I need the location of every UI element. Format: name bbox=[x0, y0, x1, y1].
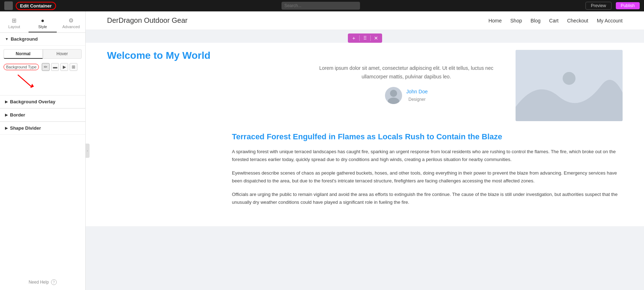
content-area: DerDragon Outdoor Gear Home Shop Blog Ca… bbox=[86, 11, 644, 290]
nav-my-account[interactable]: My Account bbox=[597, 18, 623, 24]
site-title: DerDragon Outdoor Gear bbox=[107, 16, 188, 25]
bg-tabs: Normal Hover bbox=[4, 49, 82, 59]
nav-blog[interactable]: Blog bbox=[531, 18, 541, 24]
author-role: Designer bbox=[406, 96, 428, 103]
nav-checkout[interactable]: Checkout bbox=[567, 18, 588, 24]
author-row: John Doe Designer bbox=[311, 87, 502, 104]
background-overlay-section-header[interactable]: ▶ Background Overlay bbox=[0, 95, 85, 108]
bg-type-color-icon[interactable]: ✏ bbox=[42, 63, 50, 71]
article-right: Terraced Forest Engulfed in Flames as Lo… bbox=[232, 132, 623, 212]
hero-left: Welcome to My World bbox=[107, 50, 297, 68]
border-arrow-icon: ▶ bbox=[5, 113, 8, 117]
nav-cart[interactable]: Cart bbox=[549, 18, 558, 24]
author-info: John Doe Designer bbox=[406, 88, 428, 103]
toolbar-move-btn[interactable]: ⠿ bbox=[361, 34, 369, 42]
article-para-2: Eyewitnesses describe scenes of chaos as… bbox=[232, 169, 623, 185]
nav-home[interactable]: Home bbox=[488, 18, 502, 24]
article-left bbox=[107, 132, 221, 212]
toolbar-buttons: + ⠿ ✕ bbox=[348, 33, 382, 43]
tab-layout[interactable]: ⊞ Layout bbox=[0, 14, 29, 32]
background-type-row: Background Type ✏ ▬ ▶ ⊞ bbox=[0, 61, 85, 73]
background-type-icons: ✏ ▬ ▶ ⊞ bbox=[42, 63, 77, 71]
panel-content: ▼ Background Normal Hover Background Typ… bbox=[0, 33, 85, 274]
svg-point-3 bbox=[388, 98, 399, 104]
top-bar-center bbox=[282, 2, 360, 10]
bg-tab-normal[interactable]: Normal bbox=[4, 49, 43, 59]
bg-type-video-icon[interactable]: ▶ bbox=[60, 63, 68, 71]
hero-title: Welcome to My World bbox=[107, 50, 297, 61]
border-section-header[interactable]: ▶ Border bbox=[0, 109, 85, 121]
placeholder-svg bbox=[516, 50, 623, 121]
shape-divider-section-header[interactable]: ▶ Shape Divider bbox=[0, 122, 85, 135]
hero-image-placeholder bbox=[516, 50, 623, 121]
app-logo bbox=[4, 1, 13, 10]
avatar-svg bbox=[385, 87, 402, 104]
toolbar-divider-2 bbox=[370, 35, 371, 41]
search-input[interactable] bbox=[282, 2, 360, 10]
bg-overlay-arrow-icon: ▶ bbox=[5, 100, 8, 104]
bg-type-gradient-icon[interactable]: ▬ bbox=[51, 63, 59, 71]
layout-icon: ⊞ bbox=[1, 17, 27, 24]
annotation-arrow-svg bbox=[4, 73, 39, 91]
main-layout: ⊞ Layout ● Style ⚙ Advanced ▼ Background… bbox=[0, 11, 644, 290]
article-para-3: Officials are urging the public to remai… bbox=[232, 191, 623, 206]
help-icon: ? bbox=[51, 279, 57, 285]
toolbar-close-btn[interactable]: ✕ bbox=[372, 34, 380, 42]
background-arrow-icon: ▼ bbox=[5, 37, 9, 41]
background-type-label: Background Type bbox=[4, 64, 39, 70]
bg-tab-hover[interactable]: Hover bbox=[43, 49, 82, 59]
style-icon: ● bbox=[30, 17, 56, 24]
top-bar-left: Edit Container bbox=[4, 1, 56, 10]
shape-divider-arrow-icon: ▶ bbox=[5, 126, 8, 130]
hero-text-block: Lorem ipsum dolor sit amet, consectetur … bbox=[311, 50, 502, 104]
advanced-icon: ⚙ bbox=[58, 17, 84, 24]
toolbar-add-btn[interactable]: + bbox=[350, 34, 358, 42]
site-header: DerDragon Outdoor Gear Home Shop Blog Ca… bbox=[86, 11, 644, 30]
article-para-1: A sprawling forest with unique terraced … bbox=[232, 148, 623, 164]
tab-advanced[interactable]: ⚙ Advanced bbox=[57, 14, 85, 32]
hero-section: Welcome to My World Lorem ipsum dolor si… bbox=[107, 50, 623, 121]
author-avatar bbox=[385, 87, 402, 104]
tab-style[interactable]: ● Style bbox=[29, 15, 57, 32]
svg-point-5 bbox=[563, 72, 575, 85]
author-name: John Doe bbox=[406, 88, 428, 96]
page-content: Welcome to My World Lorem ipsum dolor si… bbox=[86, 43, 644, 226]
edit-container-button[interactable]: Edit Container bbox=[16, 2, 56, 10]
lorem-text: Lorem ipsum dolor sit amet, consectetur … bbox=[311, 64, 502, 81]
bg-type-slideshow-icon[interactable]: ⊞ bbox=[70, 63, 77, 71]
toolbar-divider bbox=[359, 35, 360, 41]
publish-button[interactable]: Publish bbox=[616, 2, 640, 9]
svg-line-0 bbox=[18, 75, 32, 87]
arrow-annotation bbox=[4, 73, 85, 92]
nav-shop[interactable]: Shop bbox=[510, 18, 522, 24]
preview-button[interactable]: Preview bbox=[585, 2, 612, 10]
article-section: Terraced Forest Engulfed in Flames as Lo… bbox=[107, 132, 623, 212]
article-body: A sprawling forest with unique terraced … bbox=[232, 148, 623, 207]
left-panel: ⊞ Layout ● Style ⚙ Advanced ▼ Background… bbox=[0, 11, 86, 290]
top-bar: Edit Container Preview Publish bbox=[0, 0, 644, 11]
panel-tabs: ⊞ Layout ● Style ⚙ Advanced bbox=[0, 11, 85, 33]
top-bar-right: Preview Publish bbox=[585, 2, 640, 10]
background-section-header[interactable]: ▼ Background bbox=[0, 33, 85, 46]
collapse-panel-handle[interactable]: ‹ bbox=[85, 144, 90, 158]
need-help[interactable]: Need Help ? bbox=[0, 274, 85, 290]
site-nav: Home Shop Blog Cart Checkout My Account bbox=[488, 18, 623, 24]
article-title: Terraced Forest Engulfed in Flames as Lo… bbox=[232, 132, 623, 142]
svg-point-2 bbox=[390, 90, 397, 97]
container-toolbar: + ⠿ ✕ bbox=[86, 30, 644, 43]
